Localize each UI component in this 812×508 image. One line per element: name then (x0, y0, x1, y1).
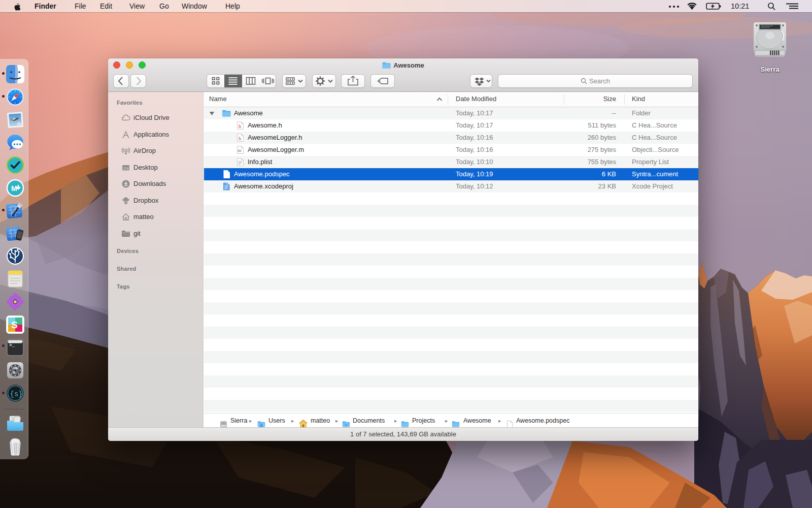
svg-text:h: h (239, 136, 241, 141)
svg-text:h: h (239, 123, 241, 129)
svg-text:S: S (11, 320, 18, 330)
svg-text:{s}: {s} (10, 390, 23, 398)
svg-text:>_: >_ (9, 343, 15, 348)
svg-text:m: m (238, 148, 242, 153)
svg-text:M: M (11, 184, 17, 193)
